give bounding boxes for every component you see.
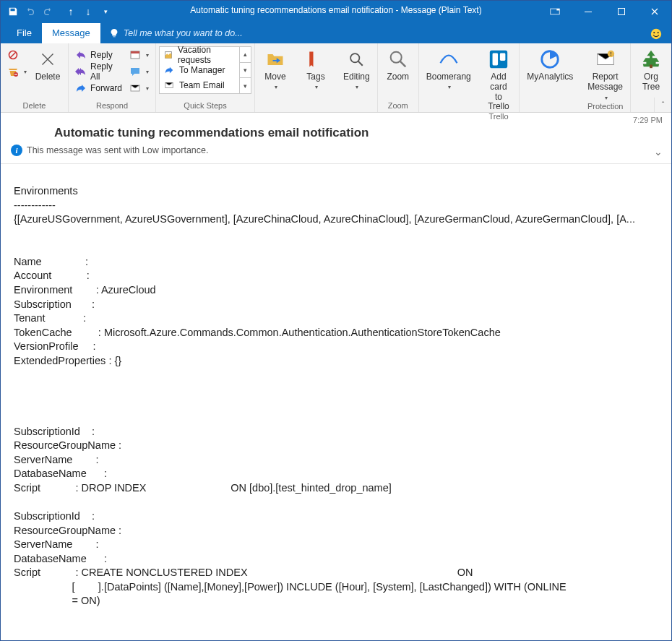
- lightbulb-icon: [109, 28, 119, 38]
- svg-point-16: [350, 53, 359, 62]
- group-zoom: Zoom Zoom: [378, 43, 419, 112]
- message-header: 7:29 PM Automatic tuning recommendations…: [1, 113, 671, 164]
- svg-point-5: [653, 32, 655, 33]
- quick-steps-gallery[interactable]: Vacation requests To Manager Team Email …: [159, 46, 251, 94]
- minimize-icon[interactable]: [572, 1, 605, 22]
- tags-button[interactable]: Tags ▾: [298, 46, 333, 90]
- gallery-scroll: ▴ ▾ ▾: [239, 47, 251, 93]
- ribbon-tabs: File Message Tell me what you want to do…: [1, 22, 671, 43]
- received-time: 7:29 PM: [1, 113, 671, 126]
- myanalytics-button[interactable]: MyAnalytics: [522, 46, 577, 82]
- org-tree-icon: [639, 48, 663, 71]
- add-to-trello-button[interactable]: Add card to Trello: [481, 46, 517, 112]
- meeting-button[interactable]: ▾: [126, 47, 152, 63]
- im-button[interactable]: ▾: [126, 64, 152, 79]
- quick-step-item[interactable]: Vacation requests: [160, 47, 239, 62]
- redo-icon[interactable]: [40, 4, 56, 20]
- tags-label: Tags: [306, 72, 324, 82]
- move-icon: [264, 48, 287, 71]
- ribbon-options-icon[interactable]: [538, 1, 572, 22]
- trello-icon: [487, 48, 510, 71]
- svg-text:!: !: [610, 51, 612, 57]
- maximize-icon[interactable]: [605, 1, 638, 22]
- expand-header-icon[interactable]: ⌄: [654, 146, 663, 158]
- org-tree-button[interactable]: Org Tree: [634, 46, 668, 93]
- group-move: Move ▾: [255, 43, 296, 112]
- message-body[interactable]: Environments ------------ {[AzureUSGover…: [1, 164, 671, 640]
- forward-icon: [75, 82, 87, 94]
- more-respond-icon: [129, 82, 141, 94]
- quick-access-toolbar: ↑ ↓ ▾: [1, 4, 113, 20]
- qat-customize-icon[interactable]: ▾: [98, 4, 113, 20]
- svg-line-19: [400, 61, 406, 67]
- message-subject: Automatic tuning recommendations email n…: [1, 126, 671, 145]
- editing-icon: [345, 48, 368, 71]
- zoom-label: Zoom: [387, 72, 409, 82]
- forward-button[interactable]: Forward: [72, 80, 126, 96]
- boomerang-icon: [437, 48, 460, 71]
- tell-me-placeholder: Tell me what you want to do...: [124, 28, 243, 38]
- chevron-down-icon: ▾: [146, 85, 149, 92]
- svg-point-18: [390, 52, 401, 63]
- meeting-icon: [129, 49, 141, 61]
- quick-step-label: To Manager: [179, 65, 225, 75]
- svg-rect-12: [131, 51, 139, 53]
- chevron-down-icon: ▾: [356, 84, 358, 90]
- boomerang-button[interactable]: Boomerang ▾: [422, 46, 475, 90]
- undo-icon[interactable]: [22, 4, 38, 20]
- reply-all-label: Reply All: [90, 61, 122, 82]
- ribbon: ▾ Delete Delete: [1, 43, 671, 113]
- junk-button[interactable]: ▾: [4, 64, 30, 79]
- group-label-delete: Delete: [4, 101, 65, 112]
- move-button[interactable]: Move ▾: [258, 46, 293, 90]
- group-label-respond: Respond: [72, 101, 152, 112]
- feedback-smiley-icon[interactable]: [650, 27, 663, 40]
- junk-icon: [7, 66, 19, 77]
- tab-file[interactable]: File: [7, 23, 42, 43]
- delete-icon: [36, 48, 59, 71]
- chevron-down-icon: ▾: [24, 69, 27, 75]
- move-label: Move: [264, 72, 285, 82]
- report-message-icon: !: [594, 48, 617, 71]
- chevron-down-icon: ▾: [146, 69, 149, 75]
- report-message-label: Report Message ▾: [587, 72, 623, 102]
- close-icon[interactable]: [638, 1, 671, 22]
- myanalytics-icon: [538, 48, 561, 71]
- gallery-more-icon[interactable]: ▾: [240, 78, 251, 93]
- svg-point-6: [658, 32, 659, 33]
- im-icon: [129, 66, 141, 77]
- ignore-button[interactable]: [4, 47, 30, 63]
- outlook-message-window: ↑ ↓ ▾ Automatic tuning recommendations e…: [0, 0, 672, 641]
- window-controls: [538, 1, 671, 22]
- info-icon: i: [11, 145, 22, 156]
- save-icon[interactable]: [5, 4, 21, 20]
- tab-message[interactable]: Message: [42, 23, 100, 43]
- quick-step-item[interactable]: To Manager: [160, 62, 239, 77]
- chevron-down-icon: ▾: [146, 52, 149, 59]
- editing-button[interactable]: Editing ▾: [339, 46, 374, 90]
- svg-point-4: [651, 29, 661, 39]
- gallery-down-icon[interactable]: ▾: [240, 63, 251, 79]
- reply-button[interactable]: Reply: [72, 47, 126, 63]
- report-message-button[interactable]: ! Report Message ▾: [583, 46, 627, 102]
- delete-button[interactable]: Delete: [30, 46, 65, 82]
- reply-all-button[interactable]: Reply All: [72, 64, 126, 79]
- group-trello: Add card to Trello Trello: [478, 43, 520, 112]
- tell-me-search[interactable]: Tell me what you want to do...: [100, 24, 251, 43]
- svg-line-17: [358, 61, 363, 66]
- svg-rect-1: [556, 9, 559, 10]
- svg-rect-2: [585, 12, 592, 12]
- svg-rect-27: [650, 65, 652, 69]
- zoom-icon: [387, 48, 410, 71]
- gallery-up-icon[interactable]: ▴: [240, 47, 251, 63]
- reply-all-icon: [75, 66, 87, 77]
- collapse-ribbon-icon[interactable]: ˆ: [654, 98, 671, 112]
- more-respond-button[interactable]: ▾: [126, 80, 152, 96]
- zoom-button[interactable]: Zoom: [381, 46, 415, 82]
- previous-item-icon[interactable]: ↑: [63, 4, 79, 20]
- next-item-icon[interactable]: ↓: [80, 4, 96, 20]
- quick-step-item[interactable]: Team Email: [160, 77, 239, 93]
- forward-label: Forward: [90, 83, 122, 93]
- myanalytics-label: MyAnalytics: [527, 72, 573, 82]
- group-myanalytics: MyAnalytics: [520, 43, 580, 112]
